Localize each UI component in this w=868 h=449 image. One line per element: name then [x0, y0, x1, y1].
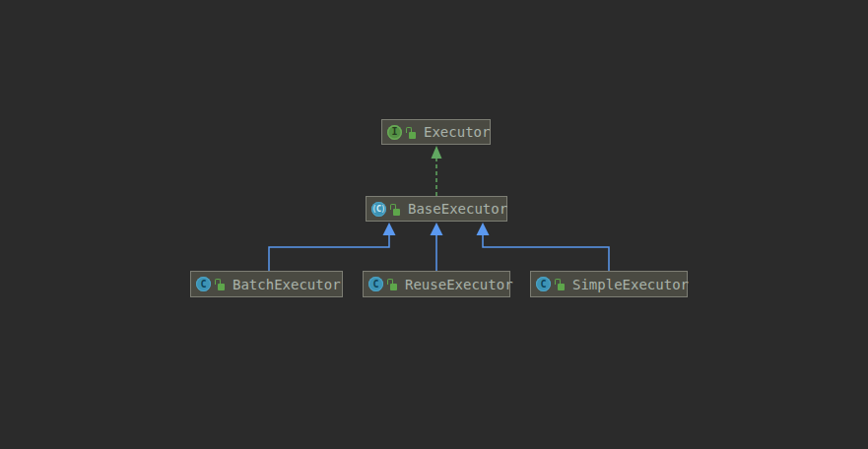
- edge-extends-reuseexecutor-baseexecutor[interactable]: [431, 223, 443, 271]
- class-name-label: SimpleExecutor: [572, 278, 689, 291]
- interface-icon-letter: I: [391, 127, 397, 137]
- lock-body: [218, 284, 225, 290]
- public-lock-icon: [555, 278, 566, 290]
- node-simpleexecutor[interactable]: C SimpleExecutor: [530, 271, 688, 297]
- edge-line[interactable]: [483, 234, 609, 271]
- class-icon-letter: C: [372, 280, 378, 289]
- node-batchexecutor[interactable]: C BatchExecutor: [190, 271, 343, 297]
- diagram-canvas[interactable]: I Executor C BaseExecutor C BatchExecuto…: [0, 0, 868, 449]
- abstract-class-icon-letter: C: [376, 205, 381, 214]
- arrowhead-implements-icon: [432, 146, 442, 159]
- class-name-label: Executor: [424, 125, 490, 139]
- node-baseexecutor[interactable]: C BaseExecutor: [366, 196, 507, 222]
- abstract-class-icon: C: [371, 202, 386, 217]
- public-lock-icon: [215, 278, 226, 290]
- edge-implements-baseexecutor-executor[interactable]: [432, 146, 442, 196]
- edge-extends-simpleexecutor-baseexecutor[interactable]: [477, 223, 610, 271]
- edge-line[interactable]: [269, 234, 389, 271]
- interface-icon: I: [387, 125, 402, 140]
- lock-body: [558, 284, 565, 290]
- public-lock-icon: [406, 126, 417, 139]
- class-name-label: BatchExecutor: [233, 278, 341, 291]
- arrowhead-extends-icon: [383, 223, 396, 235]
- node-executor[interactable]: I Executor: [381, 119, 491, 145]
- class-name-label: ReuseExecutor: [405, 278, 513, 291]
- node-reuseexecutor[interactable]: C ReuseExecutor: [363, 271, 510, 297]
- class-icon-letter: C: [540, 280, 546, 289]
- edge-extends-batchexecutor-baseexecutor[interactable]: [269, 223, 396, 271]
- class-icon-letter: C: [200, 280, 206, 289]
- public-lock-icon: [390, 203, 401, 216]
- class-name-label: BaseExecutor: [408, 202, 507, 216]
- class-icon: C: [196, 277, 211, 291]
- class-icon: C: [536, 277, 551, 291]
- lock-body: [390, 284, 397, 290]
- arrowhead-extends-icon: [477, 223, 490, 235]
- class-icon: C: [368, 277, 383, 291]
- lock-body: [393, 209, 400, 216]
- public-lock-icon: [387, 278, 398, 290]
- edges-layer: [0, 0, 868, 449]
- lock-body: [409, 132, 416, 139]
- arrowhead-extends-icon: [431, 223, 443, 235]
